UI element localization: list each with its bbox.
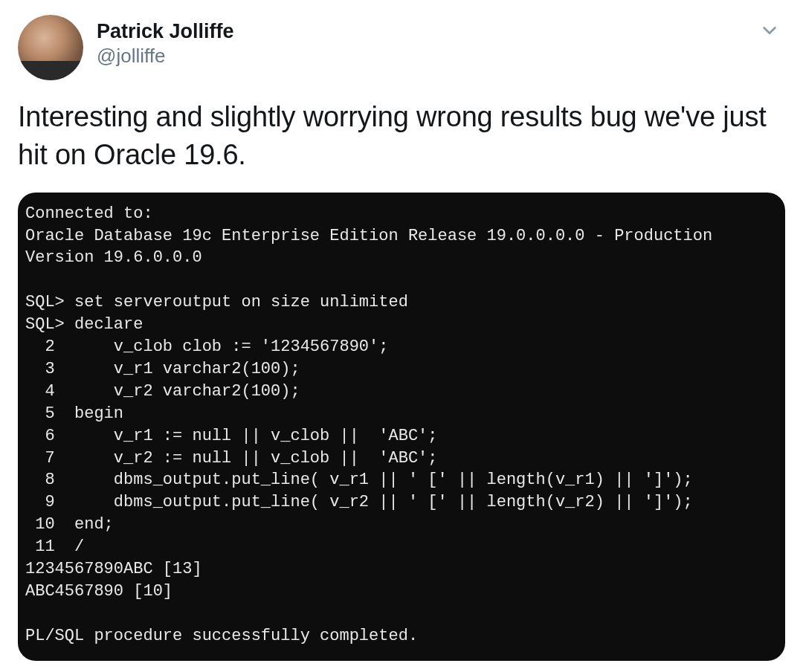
code-line: 6 v_r1 := null || v_clob || 'ABC'; bbox=[25, 425, 778, 448]
code-line: Oracle Database 19c Enterprise Edition R… bbox=[25, 225, 778, 248]
code-line: 9 dbms_output.put_line( v_r2 || ' [' || … bbox=[25, 491, 778, 514]
code-line: 5 begin bbox=[25, 403, 778, 425]
code-line: 2 v_clob clob := '1234567890'; bbox=[25, 336, 778, 358]
code-line: 8 dbms_output.put_line( v_r1 || ' [' || … bbox=[25, 469, 778, 491]
code-line: SQL> set serveroutput on size unlimited bbox=[25, 291, 778, 314]
code-line: PL/SQL procedure successfully completed. bbox=[25, 625, 778, 647]
code-line: 4 v_r2 varchar2(100); bbox=[25, 381, 778, 403]
code-line: SQL> declare bbox=[25, 314, 778, 336]
code-line bbox=[25, 603, 778, 625]
tweet-text: Interesting and slightly worrying wrong … bbox=[18, 98, 785, 175]
code-line: 11 / bbox=[25, 536, 778, 558]
code-line: Version 19.6.0.0.0 bbox=[25, 247, 778, 269]
code-line: 10 end; bbox=[25, 514, 778, 536]
tweet-header: Patrick Jolliffe @jolliffe bbox=[18, 15, 785, 80]
code-line: Connected to: bbox=[25, 203, 778, 225]
tweet-header-left: Patrick Jolliffe @jolliffe bbox=[18, 15, 234, 80]
code-line: ABC4567890 [10] bbox=[25, 581, 778, 603]
code-line: 3 v_r1 varchar2(100); bbox=[25, 358, 778, 381]
code-line: 1234567890ABC [13] bbox=[25, 558, 778, 581]
user-info: Patrick Jolliffe @jolliffe bbox=[97, 15, 234, 68]
user-handle[interactable]: @jolliffe bbox=[97, 45, 234, 68]
code-line: 7 v_r2 := null || v_clob || 'ABC'; bbox=[25, 448, 778, 470]
display-name[interactable]: Patrick Jolliffe bbox=[97, 19, 234, 43]
code-line bbox=[25, 269, 778, 291]
chevron-down-icon[interactable] bbox=[758, 15, 785, 45]
code-screenshot: Connected to:Oracle Database 19c Enterpr… bbox=[18, 193, 785, 661]
avatar[interactable] bbox=[18, 15, 83, 80]
